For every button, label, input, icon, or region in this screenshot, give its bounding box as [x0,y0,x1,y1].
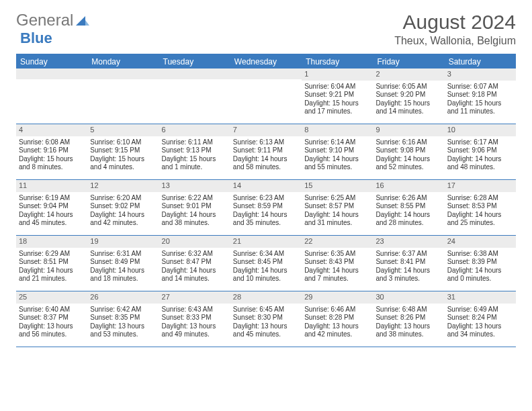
day-number [230,68,302,79]
day-body: Sunrise: 6:05 AMSunset: 9:20 PMDaylight:… [373,81,444,119]
sunrise-text: Sunrise: 6:32 AM [162,250,228,259]
day-cell [16,68,87,124]
sunset-text: Sunset: 8:24 PM [447,314,513,322]
week-row: 1Sunrise: 6:04 AMSunset: 9:21 PMDaylight… [16,68,516,124]
daylight-text: Daylight: 14 hours and 42 minutes. [90,211,156,228]
brand-part1: General [16,11,73,30]
day-body [87,79,159,84]
day-cell: 19Sunrise: 6:31 AMSunset: 8:49 PMDayligh… [87,236,159,291]
day-cell: 21Sunrise: 6:34 AMSunset: 8:45 PMDayligh… [230,236,302,291]
day-body: Sunrise: 6:08 AMSunset: 9:16 PMDaylight:… [16,136,87,175]
sunset-text: Sunset: 8:43 PM [304,258,370,267]
daylight-text: Daylight: 13 hours and 45 minutes. [233,322,299,339]
sunset-text: Sunset: 9:20 PM [375,91,441,99]
day-number: 25 [16,291,87,304]
daylight-text: Daylight: 14 hours and 28 minutes. [375,211,441,228]
day-body: Sunrise: 6:14 AMSunset: 9:10 PMDaylight:… [302,136,373,175]
dow-cell: Wednesday [230,55,302,68]
sunset-text: Sunset: 9:16 PM [19,146,85,155]
day-cell: 2Sunrise: 6:05 AMSunset: 9:20 PMDaylight… [373,68,444,124]
daylight-text: Daylight: 14 hours and 14 minutes. [162,267,228,283]
day-number: 3 [445,68,516,81]
week-row: 18Sunrise: 6:29 AMSunset: 8:51 PMDayligh… [16,236,516,291]
brand-logo: General [16,11,91,30]
sunset-text: Sunset: 9:11 PM [233,146,299,155]
day-cell: 17Sunrise: 6:28 AMSunset: 8:53 PMDayligh… [445,180,516,235]
day-cell: 14Sunrise: 6:23 AMSunset: 8:59 PMDayligh… [230,180,302,235]
day-body: Sunrise: 6:49 AMSunset: 8:24 PMDaylight:… [445,304,516,342]
sunset-text: Sunset: 9:13 PM [162,146,228,155]
day-body: Sunrise: 6:22 AMSunset: 9:01 PMDaylight:… [159,192,230,230]
day-number: 19 [87,236,159,248]
day-body: Sunrise: 6:19 AMSunset: 9:04 PMDaylight:… [16,192,87,230]
day-cell: 13Sunrise: 6:22 AMSunset: 9:01 PMDayligh… [159,180,230,235]
day-number: 12 [87,180,159,192]
day-number [16,68,87,79]
dow-cell: Monday [87,55,159,68]
sunset-text: Sunset: 8:51 PM [19,258,85,267]
day-number: 6 [159,124,230,136]
day-cell: 18Sunrise: 6:29 AMSunset: 8:51 PMDayligh… [16,236,87,291]
day-body: Sunrise: 6:45 AMSunset: 8:30 PMDaylight:… [230,304,302,342]
daylight-text: Daylight: 14 hours and 35 minutes. [233,211,299,228]
day-number: 14 [230,180,302,192]
sunrise-text: Sunrise: 6:31 AM [90,250,156,259]
sunrise-text: Sunrise: 6:38 AM [447,250,513,259]
sunrise-text: Sunrise: 6:25 AM [304,194,370,203]
day-body: Sunrise: 6:07 AMSunset: 9:18 PMDaylight:… [445,81,516,119]
sunset-text: Sunset: 8:33 PM [162,314,228,322]
day-body: Sunrise: 6:35 AMSunset: 8:43 PMDaylight:… [302,248,373,286]
daylight-text: Daylight: 13 hours and 38 minutes. [375,322,441,339]
day-cell [230,68,302,124]
day-body: Sunrise: 6:17 AMSunset: 9:06 PMDaylight:… [445,136,516,175]
daylight-text: Daylight: 14 hours and 7 minutes. [304,267,370,283]
sunrise-text: Sunrise: 6:14 AM [304,138,370,147]
sunrise-text: Sunrise: 6:28 AM [447,194,513,203]
sunset-text: Sunset: 9:08 PM [375,146,441,155]
triangle-icon [76,11,89,30]
dow-cell: Saturday [445,55,516,68]
dow-cell: Tuesday [159,55,230,68]
daylight-text: Daylight: 14 hours and 55 minutes. [304,155,370,172]
sunset-text: Sunset: 8:55 PM [375,202,441,211]
month-title: August 2024 [394,11,516,34]
daylight-text: Daylight: 15 hours and 14 minutes. [375,99,441,116]
sunset-text: Sunset: 9:04 PM [19,202,85,211]
day-cell: 29Sunrise: 6:46 AMSunset: 8:28 PMDayligh… [302,291,373,347]
sunrise-text: Sunrise: 6:48 AM [375,306,441,314]
day-body: Sunrise: 6:32 AMSunset: 8:47 PMDaylight:… [159,248,230,286]
sunset-text: Sunset: 8:35 PM [90,314,156,322]
sunset-text: Sunset: 8:59 PM [233,202,299,211]
day-cell: 15Sunrise: 6:25 AMSunset: 8:57 PMDayligh… [302,180,373,235]
sunset-text: Sunset: 8:47 PM [162,258,228,267]
sunrise-text: Sunrise: 6:19 AM [19,194,85,203]
calendar: SundayMondayTuesdayWednesdayThursdayFrid… [16,54,516,347]
day-number: 26 [87,291,159,304]
day-body: Sunrise: 6:34 AMSunset: 8:45 PMDaylight:… [230,248,302,286]
daylight-text: Daylight: 13 hours and 53 minutes. [90,322,156,339]
day-body: Sunrise: 6:43 AMSunset: 8:33 PMDaylight:… [159,304,230,342]
day-body: Sunrise: 6:46 AMSunset: 8:28 PMDaylight:… [302,304,373,342]
day-body: Sunrise: 6:48 AMSunset: 8:26 PMDaylight:… [373,304,444,342]
day-body: Sunrise: 6:25 AMSunset: 8:57 PMDaylight:… [302,192,373,230]
day-number: 10 [445,124,516,136]
day-cell: 24Sunrise: 6:38 AMSunset: 8:39 PMDayligh… [445,236,516,291]
sunrise-text: Sunrise: 6:37 AM [375,250,441,259]
day-body [159,79,230,84]
day-cell [159,68,230,124]
sunrise-text: Sunrise: 6:46 AM [304,306,370,314]
day-body: Sunrise: 6:31 AMSunset: 8:49 PMDaylight:… [87,248,159,286]
day-body: Sunrise: 6:11 AMSunset: 9:13 PMDaylight:… [159,136,230,175]
day-body: Sunrise: 6:16 AMSunset: 9:08 PMDaylight:… [373,136,444,175]
day-number: 31 [445,291,516,304]
day-body: Sunrise: 6:42 AMSunset: 8:35 PMDaylight:… [87,304,159,342]
day-number: 9 [373,124,444,136]
sunrise-text: Sunrise: 6:08 AM [19,138,85,147]
day-number: 15 [302,180,373,192]
day-body: Sunrise: 6:20 AMSunset: 9:02 PMDaylight:… [87,192,159,230]
day-cell: 11Sunrise: 6:19 AMSunset: 9:04 PMDayligh… [16,180,87,235]
sunrise-text: Sunrise: 6:49 AM [447,306,513,314]
day-number: 20 [159,236,230,248]
dow-cell: Thursday [302,55,373,68]
sunrise-text: Sunrise: 6:16 AM [375,138,441,147]
